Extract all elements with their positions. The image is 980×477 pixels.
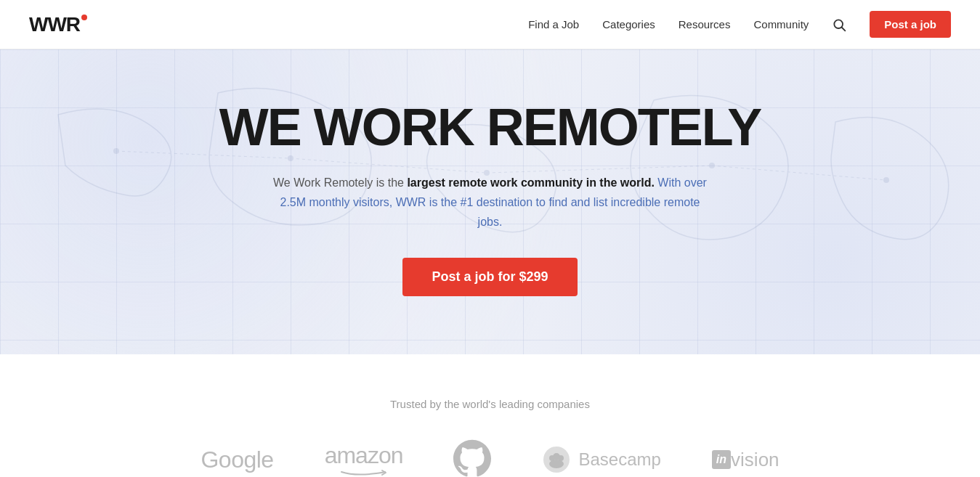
post-job-nav-button[interactable]: Post a job: [870, 11, 951, 38]
amazon-arrow-icon: [340, 469, 387, 477]
nav-community[interactable]: Community: [753, 18, 809, 30]
hero-subtext: We Work Remotely is the largest remote w…: [272, 173, 708, 232]
invision-text: vision: [731, 449, 779, 471]
basecamp-logo: Basecamp: [542, 445, 660, 474]
nav-categories[interactable]: Categories: [602, 18, 655, 30]
hero-headline: WE WORK REMOTELY: [219, 100, 761, 155]
google-logo: Google: [201, 447, 273, 473]
logo-dot: [81, 15, 87, 20]
hero-subtext-plain: We Work Remotely is the: [273, 176, 407, 189]
nav-resources[interactable]: Resources: [679, 18, 731, 30]
search-icon[interactable]: [832, 17, 846, 32]
svg-point-6: [883, 177, 889, 183]
basecamp-icon: [542, 445, 571, 474]
invision-box: in: [712, 450, 731, 469]
trusted-label: Trusted by the world's leading companies: [29, 398, 951, 410]
nav-find-a-job[interactable]: Find a Job: [528, 18, 579, 30]
hero-cta: Post a job for $299: [402, 258, 577, 296]
svg-point-15: [553, 453, 560, 460]
svg-line-8: [291, 158, 487, 173]
logo-text: WWR: [29, 13, 80, 36]
basecamp-text: Basecamp: [578, 449, 660, 470]
svg-line-10: [712, 166, 886, 180]
hero-subtext-bold: largest remote work community in the wor…: [407, 176, 655, 189]
hero-post-job-button[interactable]: Post a job for $299: [402, 258, 577, 296]
navbar: WWR Find a Job Categories Resources Comm…: [0, 0, 980, 49]
svg-line-9: [487, 166, 712, 173]
invision-logo: invision: [712, 449, 779, 471]
amazon-logo: amazon: [325, 442, 403, 477]
trusted-section: Trusted by the world's leading companies…: [0, 354, 980, 477]
company-logos-row: Google amazon Basecamp: [29, 439, 951, 477]
hero-section: WE WORK REMOTELY We Work Remotely is the…: [0, 49, 980, 354]
svg-point-3: [288, 155, 293, 161]
svg-point-2: [113, 148, 119, 154]
site-logo[interactable]: WWR: [29, 13, 80, 36]
svg-point-5: [709, 163, 715, 168]
github-logo: [453, 439, 491, 477]
svg-line-1: [842, 27, 846, 30]
nav-links: Find a Job Categories Resources Communit…: [528, 18, 809, 31]
